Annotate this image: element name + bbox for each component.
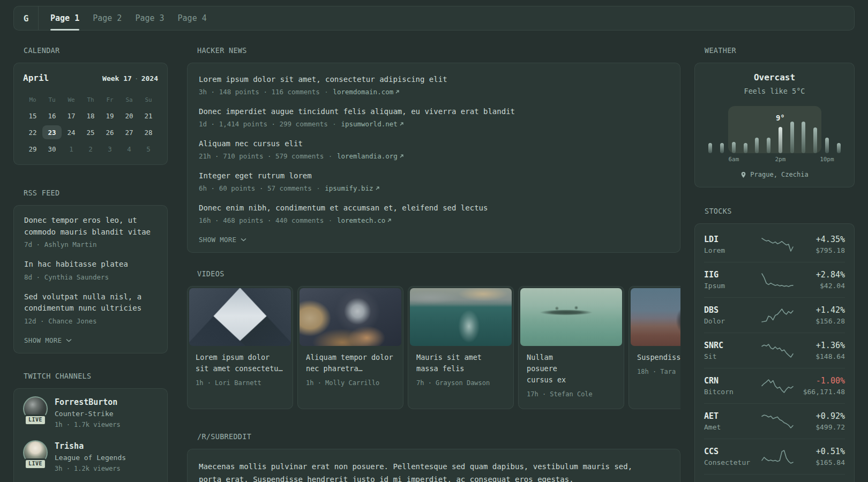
calendar-day: 21 — [139, 109, 158, 123]
news-item-title[interactable]: Integer eget rutrum lorem — [199, 170, 669, 181]
rss-item-meta: 12d · Chance Jones — [24, 316, 157, 326]
news-item-title[interactable]: Donec imperdiet augue tincidunt felis al… — [199, 106, 669, 117]
news-item-title[interactable]: Aliquam nec cursus elit — [199, 138, 669, 149]
weather-bar-slot — [751, 138, 763, 153]
stock-row[interactable]: CRN Bitcorn -1.00% $66,171.48 — [704, 368, 845, 404]
stock-row[interactable]: LDI Lorem +4.35% $795.18 — [704, 227, 845, 262]
subreddit-heading: /R/SUBREDDIT — [197, 432, 680, 441]
stock-values: +1.36% $148.64 — [794, 340, 845, 362]
stock-sparkline — [761, 413, 794, 430]
nav-tab[interactable]: Page 3 — [135, 6, 164, 30]
calendar-day: 18 — [81, 109, 100, 123]
calendar-day: 19 — [100, 109, 119, 123]
stock-sparkline — [761, 236, 794, 253]
video-card[interactable]: Nullam posuere cursus ex 17h · Stefan Co… — [518, 286, 624, 409]
news-item-domain-link[interactable]: ipsumworld.net — [341, 120, 403, 128]
video-card[interactable]: Mauris sit amet massa felis 7h · Grayson… — [408, 286, 514, 409]
twitch-widget: TWITCH CHANNELS LIVE ForrestBurton Count… — [13, 372, 168, 482]
stock-row[interactable]: SNRC Sit +1.36% $148.64 — [704, 333, 845, 368]
show-more-button[interactable]: SHOW MORE — [199, 235, 669, 245]
calendar-widget: CALENDAR April Week 17·2024 MoTuWeThFrSa… — [13, 46, 168, 165]
separator-dot: · — [324, 216, 336, 224]
news-item-title[interactable]: Donec enim nibh, condimentum et accumsan… — [199, 202, 669, 213]
weather-chart: 9° — [705, 106, 844, 153]
stock-name: Lorem — [704, 245, 761, 256]
calendar-day: 28 — [139, 125, 158, 139]
video-title: Lorem ipsum dolor sit amet consectetu… — [196, 352, 285, 374]
news-item-domain-link[interactable]: loremlandia.org — [337, 152, 404, 160]
stock-row[interactable]: DBS Dolor +1.42% $156.28 — [704, 298, 845, 333]
stock-price: $42.04 — [794, 281, 845, 291]
weather-bar-slot — [763, 138, 775, 153]
weather-bar — [708, 143, 712, 153]
calendar-day: 24 — [62, 125, 81, 139]
news-item: Donec imperdiet augue tincidunt felis al… — [199, 106, 669, 129]
video-card[interactable]: Lorem ipsum dolor sit amet consectetu… 1… — [187, 286, 293, 409]
app-logo[interactable]: G — [14, 6, 39, 30]
hacker-news-card: Lorem ipsum dolor sit amet, consectetur … — [187, 63, 680, 253]
calendar-day-header: We — [62, 96, 81, 103]
rss-item[interactable]: Sed volutpat nulla nisl, a condimentum n… — [24, 291, 157, 326]
video-thumbnail — [631, 288, 680, 346]
weather-bar — [825, 138, 829, 153]
stock-price: $165.84 — [794, 457, 845, 468]
weather-bar — [720, 143, 724, 153]
weather-bar — [813, 127, 817, 153]
weather-bar — [755, 138, 759, 153]
stock-symbol: LDI — [704, 234, 761, 245]
news-item-domain-link[interactable]: loremtech.co — [337, 216, 392, 224]
stock-price: $66,171.48 — [794, 387, 845, 397]
news-item-domain-link[interactable]: ipsumify.biz — [325, 184, 379, 192]
channel-info: ForrestBurton Counter-Strike 1h · 1.7k v… — [55, 396, 121, 430]
show-more-button[interactable]: SHOW MORE — [24, 335, 157, 345]
stock-row[interactable]: CCS Consectetur +0.51% $165.84 — [704, 439, 845, 475]
separator-dot: · — [324, 152, 336, 160]
chevron-down-icon — [241, 238, 246, 242]
weather-bar — [767, 138, 770, 153]
channel-avatar-wrap: LIVE — [23, 396, 48, 421]
weather-card: Overcast Feels like 5°C 9° 6am2pm10pm Pr… — [694, 63, 855, 187]
weather-condition: Overcast — [704, 72, 845, 83]
location-pin-icon — [740, 171, 746, 178]
calendar-day: 17 — [62, 109, 81, 123]
twitch-channel[interactable]: LIVE ForrestBurton Counter-Strike 1h · 1… — [23, 396, 158, 430]
stock-change: +0.92% — [794, 410, 845, 422]
video-card[interactable]: Aliquam tempor dolor nec pharetra… 1h · … — [297, 286, 403, 409]
channel-name: ForrestBurton — [55, 396, 121, 408]
twitch-channel[interactable]: LIVE Trisha League of Legends 3h · 1.2k … — [23, 440, 158, 474]
weather-bar — [732, 142, 736, 153]
post-title[interactable]: Maecenas mollis pulvinar erat non posuer… — [199, 460, 655, 482]
hacker-news-widget: HACKER NEWS Lorem ipsum dolor sit amet, … — [187, 46, 680, 253]
stock-change: +2.84% — [794, 269, 845, 281]
video-thumbnail — [410, 288, 512, 346]
video-info: Lorem ipsum dolor sit amet consectetu… 1… — [189, 346, 291, 396]
stock-id: LDI Lorem — [704, 234, 761, 256]
dashboard-page: G Page 1Page 2Page 3Page 4 CALENDAR Apri… — [0, 0, 868, 482]
rss-item[interactable]: Donec tempor eros leo, ut commodo mauris… — [24, 215, 157, 250]
rss-item-meta: 8d · Cynthia Saunders — [24, 272, 157, 282]
nav-tab[interactable]: Page 1 — [50, 6, 79, 30]
video-card[interactable]: Suspendisse diam 18h · Tara — [628, 286, 680, 409]
subreddit-card: Maecenas mollis pulvinar erat non posuer… — [187, 449, 680, 482]
stock-symbol: DBS — [704, 304, 761, 316]
stock-row[interactable]: AHS +0.46% — [704, 475, 845, 482]
nav-tab[interactable]: Page 2 — [93, 6, 122, 30]
stock-id: DBS Dolor — [704, 304, 761, 327]
rss-item[interactable]: In hac habitasse platea 8d · Cynthia Sau… — [24, 259, 157, 282]
right-column: WEATHER Overcast Feels like 5°C 9° 6am2p… — [694, 46, 855, 482]
stock-change: +1.42% — [794, 304, 845, 316]
stock-change: +0.51% — [794, 446, 845, 457]
news-item-title[interactable]: Lorem ipsum dolor sit amet, consectetur … — [199, 74, 669, 85]
news-item-domain-link[interactable]: loremdomain.com — [333, 88, 400, 96]
external-link-icon — [399, 154, 404, 159]
weather-bar — [790, 122, 794, 153]
stock-row[interactable]: AET Amet +0.92% $499.72 — [704, 404, 845, 439]
video-info: Aliquam tempor dolor nec pharetra… 1h · … — [300, 346, 401, 396]
channel-avatar-wrap: LIVE — [23, 440, 48, 465]
separator-dot: · — [328, 120, 341, 128]
video-title: Nullam posuere cursus ex — [527, 352, 580, 386]
calendar-header: April Week 17·2024 — [23, 72, 158, 85]
stock-sparkline — [761, 272, 794, 289]
nav-tab[interactable]: Page 4 — [178, 6, 207, 30]
stock-row[interactable]: IIG Ipsum +2.84% $42.04 — [704, 262, 845, 298]
